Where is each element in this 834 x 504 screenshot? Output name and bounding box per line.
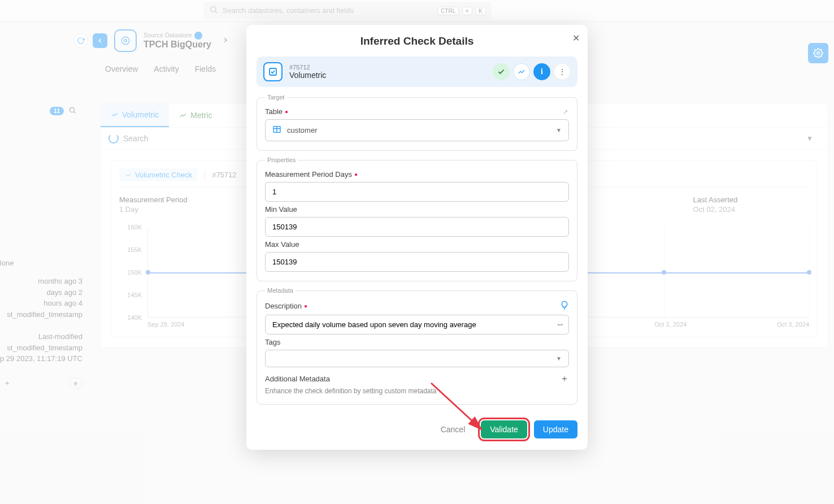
- tags-select[interactable]: ▼: [265, 350, 569, 367]
- modal-summary-banner: #75712 Volumetric i ⋮: [257, 57, 577, 87]
- min-label: Min Value: [265, 205, 297, 214]
- status-ok-icon[interactable]: [493, 63, 510, 80]
- inferred-check-modal: ✕ Inferred Check Details #75712 Volumetr…: [246, 25, 588, 450]
- add-metadata-icon[interactable]: ＋: [560, 373, 569, 385]
- table-select[interactable]: customer ▼: [265, 119, 569, 141]
- banner-check-id: #75712: [289, 64, 326, 71]
- max-value-input[interactable]: [272, 258, 562, 266]
- open-external-icon[interactable]: →: [560, 106, 571, 118]
- properties-fieldset: Properties Measurement Period Days● Min …: [257, 157, 577, 281]
- description-label: Description: [265, 302, 302, 310]
- cancel-button[interactable]: Cancel: [432, 420, 475, 438]
- description-input[interactable]: [272, 320, 562, 329]
- update-button[interactable]: Update: [534, 420, 577, 438]
- expand-icon[interactable]: ⤢: [557, 321, 563, 329]
- check-type-icon: [263, 62, 283, 81]
- target-fieldset: Target Table● → customer ▼: [257, 94, 577, 151]
- table-icon: [272, 125, 281, 136]
- chart-icon[interactable]: [513, 63, 530, 80]
- hint-icon[interactable]: [560, 301, 569, 311]
- max-label: Max Value: [265, 240, 299, 249]
- table-value: customer: [287, 126, 317, 134]
- period-input[interactable]: [272, 188, 562, 196]
- more-menu-icon[interactable]: ⋮: [554, 63, 571, 80]
- tags-label: Tags: [265, 338, 280, 346]
- close-icon[interactable]: ✕: [572, 33, 580, 44]
- period-label: Measurement Period Days: [265, 170, 352, 179]
- chevron-down-icon: ▼: [556, 127, 562, 133]
- validate-button[interactable]: Validate: [481, 420, 527, 438]
- table-label: Table: [265, 107, 283, 116]
- modal-title: Inferred Check Details: [246, 35, 588, 47]
- additional-metadata-label: Additional Metadata: [265, 375, 330, 383]
- banner-check-name: Volumetric: [289, 71, 326, 80]
- metadata-fieldset: Metadata Description● ⤢ Tags ▼ A: [257, 287, 577, 405]
- min-value-input[interactable]: [272, 223, 562, 231]
- info-icon[interactable]: i: [533, 63, 550, 80]
- chevron-down-icon: ▼: [556, 355, 562, 362]
- modal-overlay: ✕ Inferred Check Details #75712 Volumetr…: [0, 0, 834, 504]
- additional-metadata-sub: Enhance the check definition by setting …: [265, 387, 569, 395]
